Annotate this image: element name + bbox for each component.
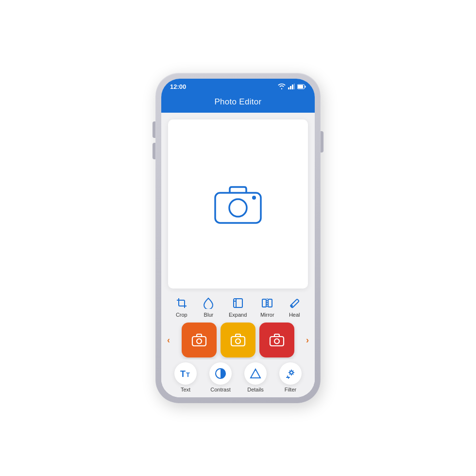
filter-items bbox=[172, 323, 304, 357]
svg-point-8 bbox=[229, 199, 247, 217]
filter-next-arrow[interactable]: › bbox=[304, 335, 311, 345]
svg-rect-3 bbox=[294, 84, 295, 89]
blur-label: Blur bbox=[204, 312, 214, 318]
svg-rect-6 bbox=[305, 85, 306, 87]
camera-placeholder-icon bbox=[211, 182, 265, 226]
svg-rect-2 bbox=[292, 85, 293, 89]
bottom-tool-details[interactable]: Details bbox=[244, 362, 267, 392]
status-bar: 12:00 bbox=[161, 79, 315, 94]
details-tool-circle bbox=[244, 362, 267, 385]
svg-rect-10 bbox=[234, 299, 242, 307]
svg-point-19 bbox=[236, 339, 240, 344]
svg-rect-1 bbox=[290, 86, 291, 89]
expand-label: Expand bbox=[229, 312, 247, 318]
svg-text:T: T bbox=[186, 371, 190, 378]
svg-point-15 bbox=[291, 305, 293, 307]
filter-red[interactable] bbox=[259, 323, 294, 357]
filter-label: Filter bbox=[285, 387, 296, 392]
image-canvas[interactable] bbox=[168, 119, 308, 289]
heal-icon bbox=[288, 296, 301, 310]
contrast-tool-circle bbox=[209, 362, 232, 385]
text-tool-circle: T T bbox=[174, 362, 197, 385]
svg-rect-5 bbox=[298, 85, 303, 88]
phone-screen: 12:00 bbox=[161, 79, 315, 397]
filter-prev-arrow[interactable]: ‹ bbox=[165, 335, 172, 345]
bottom-tool-text[interactable]: T T Text bbox=[174, 362, 197, 392]
svg-rect-0 bbox=[288, 87, 289, 89]
text-label: Text bbox=[181, 387, 190, 392]
battery-icon bbox=[297, 84, 306, 89]
svg-text:T: T bbox=[180, 369, 186, 379]
svg-point-21 bbox=[274, 339, 279, 344]
app-title: Photo Editor bbox=[214, 97, 261, 106]
heal-label: Heal bbox=[289, 312, 300, 318]
text-icon: T T bbox=[180, 368, 191, 379]
tool-heal[interactable]: Heal bbox=[288, 296, 301, 318]
phone-frame: 12:00 bbox=[155, 73, 321, 403]
expand-icon bbox=[231, 296, 245, 310]
svg-line-32 bbox=[289, 374, 290, 374]
bottom-tools: T T Text Contrast bbox=[161, 359, 315, 397]
filter-red-camera-icon bbox=[269, 333, 285, 347]
filter-yellow[interactable] bbox=[221, 323, 255, 357]
blur-icon bbox=[202, 296, 215, 310]
svg-line-33 bbox=[292, 371, 293, 372]
filter-tool-circle bbox=[279, 362, 302, 385]
tool-blur[interactable]: Blur bbox=[202, 296, 215, 318]
svg-point-17 bbox=[197, 339, 202, 344]
crop-icon bbox=[175, 296, 188, 310]
svg-line-31 bbox=[292, 374, 293, 374]
tool-expand[interactable]: Expand bbox=[229, 296, 247, 318]
tool-crop[interactable]: Crop bbox=[175, 296, 188, 318]
svg-point-9 bbox=[252, 196, 256, 200]
filter-yellow-camera-icon bbox=[230, 333, 246, 347]
crop-label: Crop bbox=[176, 312, 187, 318]
status-icons bbox=[278, 84, 306, 89]
tools-row: Crop Blur bbox=[161, 292, 315, 321]
wifi-icon bbox=[278, 84, 286, 89]
svg-rect-16 bbox=[192, 337, 206, 346]
bottom-tool-filter[interactable]: Filter bbox=[279, 362, 302, 392]
mirror-icon bbox=[260, 296, 274, 310]
main-content: Crop Blur bbox=[161, 113, 315, 397]
tool-mirror[interactable]: Mirror bbox=[260, 296, 274, 318]
status-time: 12:00 bbox=[170, 83, 186, 90]
svg-rect-11 bbox=[262, 299, 266, 307]
bottom-tool-contrast[interactable]: Contrast bbox=[209, 362, 232, 392]
svg-rect-18 bbox=[231, 337, 245, 346]
contrast-label: Contrast bbox=[210, 387, 231, 392]
sparkle-icon bbox=[285, 368, 296, 379]
svg-line-30 bbox=[289, 371, 290, 372]
signal-icon bbox=[288, 84, 295, 89]
contrast-icon bbox=[214, 367, 227, 380]
filters-row: ‹ bbox=[161, 321, 315, 359]
filter-orange[interactable] bbox=[182, 323, 217, 357]
filter-orange-camera-icon bbox=[191, 333, 207, 347]
svg-rect-20 bbox=[270, 337, 284, 346]
details-label: Details bbox=[247, 387, 264, 392]
triangle-icon bbox=[250, 368, 261, 379]
app-header: Photo Editor bbox=[161, 94, 315, 113]
mirror-label: Mirror bbox=[260, 312, 274, 318]
svg-rect-12 bbox=[268, 299, 272, 307]
